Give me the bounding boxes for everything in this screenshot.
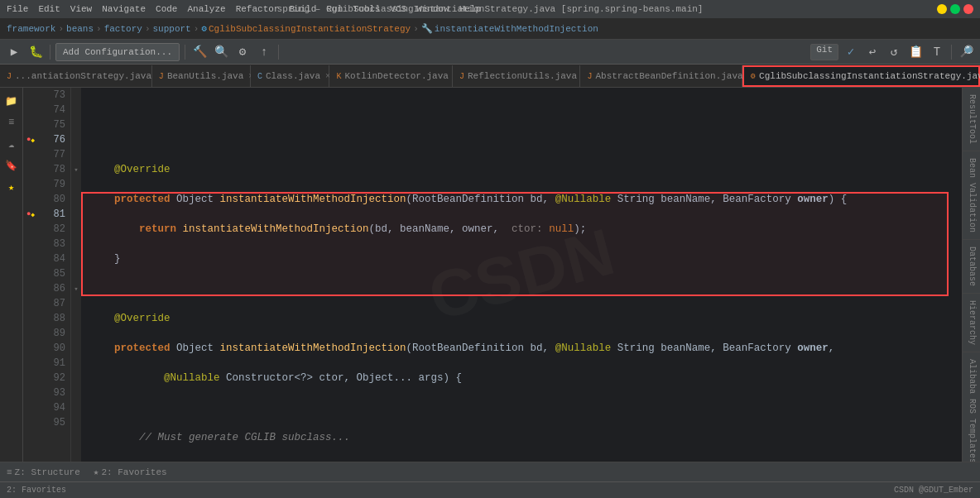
marker-92 xyxy=(23,371,38,385)
sidebar-bookmark[interactable]: 🔖 xyxy=(2,156,22,175)
marker-93 xyxy=(23,385,38,400)
search-everywhere-button[interactable]: 🔍 xyxy=(212,43,230,61)
tab-abstractbeandefinition[interactable]: J AbstractBeanDefinition.java × xyxy=(580,65,742,87)
minimize-button[interactable] xyxy=(937,4,947,14)
status-left: 2: Favorites xyxy=(7,486,66,495)
fold-btn-76[interactable] xyxy=(71,132,81,147)
fold-btn-78[interactable]: ▾ xyxy=(71,162,81,177)
status-right: CSDN @GDUT_Ember xyxy=(894,486,973,495)
breadcrumb-support[interactable]: support xyxy=(152,24,190,34)
fold-btn-91[interactable] xyxy=(71,356,81,371)
fold-btn-82[interactable] xyxy=(71,222,81,237)
maximize-button[interactable] xyxy=(950,4,960,14)
fold-btn-74[interactable] xyxy=(71,103,81,117)
breadcrumb-framework[interactable]: framework xyxy=(7,24,55,34)
sidebar-cloud-explorer[interactable]: ☁ xyxy=(2,134,22,154)
window-controls[interactable] xyxy=(937,4,973,14)
tab-beanutils[interactable]: J BeanUtils.java × xyxy=(152,65,251,87)
favorites-tab[interactable]: ★ 2: Favorites xyxy=(87,463,174,481)
sidebar-favorites[interactable]: ★ xyxy=(2,177,22,197)
fold-btn-84[interactable] xyxy=(71,251,81,266)
fold-btn-83[interactable] xyxy=(71,237,81,251)
marker-89 xyxy=(23,326,38,341)
fold-btn-92[interactable] xyxy=(71,371,81,385)
git-pull-button[interactable]: ↩ xyxy=(863,43,882,61)
structure-tab[interactable]: ≡ Z: Structure xyxy=(0,463,87,481)
undo-button[interactable]: ↺ xyxy=(885,43,903,61)
git-button[interactable]: Git xyxy=(810,44,838,60)
code-text[interactable]: @Override protected Object instantiateWi… xyxy=(81,88,962,462)
menu-navigate[interactable]: Navigate xyxy=(102,4,146,14)
fold-btn-85[interactable] xyxy=(71,266,81,281)
menu-file[interactable]: File xyxy=(7,4,28,14)
fold-btn-87[interactable] xyxy=(71,296,81,311)
marker-83 xyxy=(23,237,38,251)
code-content-area[interactable]: CSDN @Override protected Object instanti… xyxy=(81,88,962,462)
bottom-tabs-bar: ≡ Z: Structure ★ 2: Favorites xyxy=(0,462,980,481)
fold-btn-80[interactable] xyxy=(71,192,81,207)
bean-validation-panel[interactable]: Bean Validation xyxy=(963,151,980,240)
fold-btn-86[interactable]: ▾ xyxy=(71,281,81,296)
line-numbers-gutter: 73 74 75 76 77 78 79 80 81 82 83 84 85 8… xyxy=(38,88,71,462)
tab-kotlindetector[interactable]: K KotlinDetector.java × xyxy=(329,65,453,87)
fold-btn-73[interactable] xyxy=(71,88,81,103)
git-push-button[interactable]: ✓ xyxy=(842,43,860,61)
vcs-log-button[interactable]: 📋 xyxy=(906,43,925,61)
translate-button[interactable]: T xyxy=(928,43,946,61)
menu-analyze[interactable]: Analyze xyxy=(187,4,225,14)
marker-76: ● ◆ xyxy=(23,132,38,147)
menu-view[interactable]: View xyxy=(70,4,92,14)
alibaba-ros-panel[interactable]: Alibaba ROS Templates xyxy=(963,352,980,462)
line-num-87: 87 xyxy=(38,296,65,311)
line-num-91: 91 xyxy=(38,356,65,371)
menu-edit[interactable]: Edit xyxy=(38,4,60,14)
run-button[interactable]: ▶ xyxy=(5,43,23,61)
tab-cglib-strategy[interactable]: ⚙ CglibSubclassingInstantiationStrategy.… xyxy=(742,65,980,87)
result-tool-panel[interactable]: ResultTool xyxy=(963,88,980,151)
marker-79 xyxy=(23,177,38,192)
sidebar-project[interactable]: 📁 xyxy=(2,91,22,111)
tab-reflectionutils[interactable]: J ReflectionUtils.java × xyxy=(453,65,580,87)
menu-code[interactable]: Code xyxy=(156,4,177,14)
fold-btn-81[interactable] xyxy=(71,207,81,222)
fold-btn-93[interactable] xyxy=(71,385,81,400)
line-num-93: 93 xyxy=(38,385,65,400)
tab-instantiation-strategy[interactable]: J ...antiationStrategy.java × xyxy=(0,65,152,87)
tab-class[interactable]: C Class.java × xyxy=(251,65,330,87)
database-panel[interactable]: Database xyxy=(963,240,980,294)
marker-87 xyxy=(23,296,38,311)
line-markers-column: ● ◆ ● ◆ xyxy=(23,88,38,462)
hierarchy-panel[interactable]: Hierarchy xyxy=(963,294,980,352)
settings-button[interactable]: ⚙ xyxy=(233,43,252,61)
fold-btn-90[interactable] xyxy=(71,341,81,356)
fold-btn-88[interactable] xyxy=(71,311,81,326)
code-line-75: @Override xyxy=(89,162,954,177)
marker-85 xyxy=(23,266,38,281)
fold-gutter: ▾ ▾ xyxy=(71,88,81,462)
close-button[interactable] xyxy=(963,4,973,14)
debug-button[interactable]: 🐛 xyxy=(26,43,45,61)
fold-btn-95[interactable] xyxy=(71,415,81,430)
marker-86 xyxy=(23,281,38,296)
breadcrumb-class[interactable]: CglibSubclassingInstantiationStrategy xyxy=(209,24,411,34)
global-search-button[interactable]: 🔎 xyxy=(957,43,975,61)
class-icon: ⚙ xyxy=(201,23,207,34)
csdn-attribution: CSDN @GDUT_Ember xyxy=(894,486,973,495)
build-button[interactable]: 🔨 xyxy=(190,43,209,61)
sidebar-structure[interactable]: ≡ xyxy=(2,113,22,132)
fold-btn-94[interactable] xyxy=(71,400,81,415)
favorites-status[interactable]: 2: Favorites xyxy=(7,486,66,495)
fold-btn-89[interactable] xyxy=(71,326,81,341)
breadcrumb-factory[interactable]: factory xyxy=(104,24,142,34)
add-configuration-button[interactable]: Add Configuration... xyxy=(55,43,180,61)
line-num-83: 83 xyxy=(38,237,65,251)
vcs-button[interactable]: ↑ xyxy=(255,43,273,61)
breadcrumb-method[interactable]: instantiateWithMethodInjection xyxy=(435,24,598,34)
java-icon: K xyxy=(336,72,341,81)
fold-btn-79[interactable] xyxy=(71,177,81,192)
fold-btn-75[interactable] xyxy=(71,117,81,132)
fold-btn-77[interactable] xyxy=(71,147,81,162)
breadcrumb-beans[interactable]: beans xyxy=(66,24,94,34)
code-line-85: return new CglibSubclassCreator(bd, owne… xyxy=(89,460,954,462)
menu-refactor[interactable]: Refactor xyxy=(236,4,280,14)
